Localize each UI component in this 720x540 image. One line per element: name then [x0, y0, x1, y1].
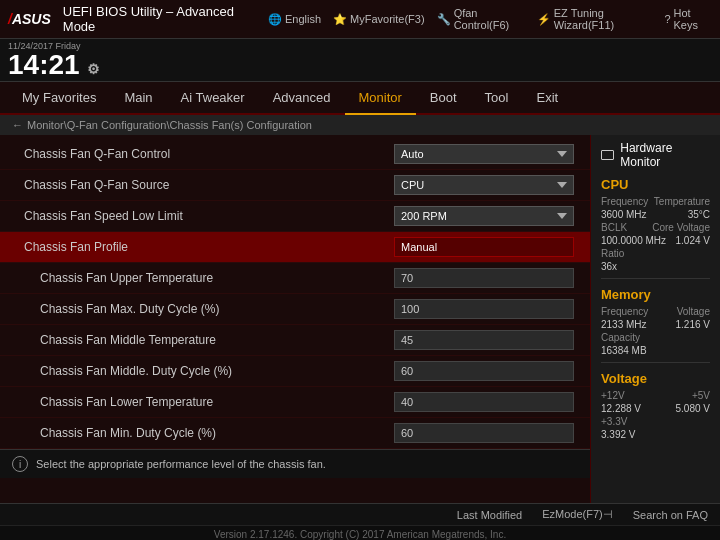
- hw-cpu-title: CPU: [601, 177, 710, 192]
- qfan-control-button[interactable]: 🔧 Qfan Control(F6): [437, 7, 525, 31]
- hw-v33-label: +3.3V: [601, 416, 627, 427]
- hw-voltage-title: Voltage: [601, 371, 710, 386]
- row-max-duty: Chassis Fan Max. Duty Cycle (%): [0, 294, 590, 325]
- footer-text: Version 2.17.1246. Copyright (C) 2017 Am…: [214, 529, 506, 540]
- hw-memory-title: Memory: [601, 287, 710, 302]
- date-time: 11/24/2017 Friday 14:21 ⚙: [8, 41, 100, 79]
- info-bar: i Select the appropriate performance lev…: [0, 449, 590, 478]
- control-upper-temp[interactable]: [394, 268, 574, 288]
- nav-monitor[interactable]: Monitor: [345, 82, 416, 115]
- hw-v12-val-row: 12.288 V 5.080 V: [601, 403, 710, 414]
- my-favorites-button[interactable]: ⭐ MyFavorite(F3): [333, 13, 425, 26]
- language-selector[interactable]: 🌐 English: [268, 13, 321, 26]
- hw-cpu-freq-label: Frequency: [601, 196, 648, 207]
- input-upper-temp[interactable]: [394, 268, 574, 288]
- footer: Version 2.17.1246. Copyright (C) 2017 Am…: [0, 525, 720, 540]
- hw-bclk-val-row: 100.0000 MHz 1.024 V: [601, 235, 710, 246]
- hw-core-voltage-label: Core Voltage: [652, 222, 710, 233]
- label-max-duty: Chassis Fan Max. Duty Cycle (%): [40, 302, 394, 316]
- hw-core-voltage-value: 1.024 V: [676, 235, 710, 246]
- input-middle-duty[interactable]: [394, 361, 574, 381]
- label-speed-low-limit: Chassis Fan Speed Low Limit: [24, 209, 394, 223]
- hw-cpu-freq-value: 3600 MHz: [601, 209, 647, 220]
- hw-v5-value: 5.080 V: [676, 403, 710, 414]
- select-qfan-source[interactable]: CPUMotherboard: [394, 175, 574, 195]
- hw-bclk-value: 100.0000 MHz: [601, 235, 666, 246]
- nav-exit[interactable]: Exit: [522, 82, 572, 113]
- nav-main[interactable]: Main: [110, 82, 166, 113]
- hw-ratio-value: 36x: [601, 261, 617, 272]
- bottom-bar: Last Modified EzMode(F7)⊣ Search on FAQ: [0, 503, 720, 525]
- control-qfan-source[interactable]: CPUMotherboard: [394, 175, 574, 195]
- hw-cpu-freq-val-row: 3600 MHz 35°C: [601, 209, 710, 220]
- nav-advanced[interactable]: Advanced: [259, 82, 345, 113]
- ez-tuning-button[interactable]: ⚡ EZ Tuning Wizard(F11): [537, 7, 653, 31]
- info-text: Select the appropriate performance level…: [36, 458, 326, 470]
- label-upper-temp: Chassis Fan Upper Temperature: [40, 271, 394, 285]
- nav-menu: My Favorites Main Ai Tweaker Advanced Mo…: [0, 82, 720, 115]
- row-middle-temp: Chassis Fan Middle Temperature: [0, 325, 590, 356]
- hw-v33-val-row: 3.392 V: [601, 429, 710, 440]
- row-qfan-source: Chassis Fan Q-Fan Source CPUMotherboard: [0, 170, 590, 201]
- hw-monitor-title: Hardware Monitor: [601, 141, 710, 169]
- select-speed-low-limit[interactable]: 200 RPM300 RPM400 RPM600 RPM: [394, 206, 574, 226]
- nav-tool[interactable]: Tool: [471, 82, 523, 113]
- input-max-duty[interactable]: [394, 299, 574, 319]
- control-fan-profile[interactable]: SilentStandardTurboFull SpeedManual: [394, 237, 574, 257]
- settings-icon[interactable]: ⚙: [87, 61, 100, 77]
- hw-v12-value: 12.288 V: [601, 403, 641, 414]
- control-middle-duty[interactable]: [394, 361, 574, 381]
- row-upper-temp: Chassis Fan Upper Temperature: [0, 263, 590, 294]
- control-speed-low-limit[interactable]: 200 RPM300 RPM400 RPM600 RPM: [394, 206, 574, 226]
- hw-capacity-row: Capacity: [601, 332, 710, 343]
- row-lower-temp: Chassis Fan Lower Temperature: [0, 387, 590, 418]
- control-middle-temp[interactable]: [394, 330, 574, 350]
- control-min-duty[interactable]: [394, 423, 574, 443]
- hardware-monitor-panel: Hardware Monitor CPU Frequency Temperatu…: [590, 135, 720, 503]
- search-faq-button[interactable]: Search on FAQ: [633, 509, 708, 521]
- hw-v12-label: +12V: [601, 390, 625, 401]
- hot-keys-button[interactable]: ? Hot Keys: [664, 7, 712, 31]
- hw-ratio-val-row: 36x: [601, 261, 710, 272]
- hw-v5-label: +5V: [692, 390, 710, 401]
- row-speed-low-limit: Chassis Fan Speed Low Limit 200 RPM300 R…: [0, 201, 590, 232]
- select-qfan-control[interactable]: AutoManualDisabled: [394, 144, 574, 164]
- hw-cpu-temp-label: Temperature: [654, 196, 710, 207]
- hw-mem-freq-label: Frequency: [601, 306, 648, 317]
- monitor-icon: [601, 150, 614, 160]
- hw-ratio-label: Ratio: [601, 248, 624, 259]
- breadcrumb: ← Monitor\Q-Fan Configuration\Chassis Fa…: [0, 115, 720, 135]
- label-qfan-control: Chassis Fan Q-Fan Control: [24, 147, 394, 161]
- nav-ai-tweaker[interactable]: Ai Tweaker: [167, 82, 259, 113]
- control-qfan-control[interactable]: AutoManualDisabled: [394, 144, 574, 164]
- last-modified-button[interactable]: Last Modified: [457, 509, 522, 521]
- row-fan-profile: Chassis Fan Profile SilentStandardTurboF…: [0, 232, 590, 263]
- nav-my-favorites[interactable]: My Favorites: [8, 82, 110, 113]
- top-right-icons: 🌐 English ⭐ MyFavorite(F3) 🔧 Qfan Contro…: [268, 7, 712, 31]
- label-min-duty: Chassis Fan Min. Duty Cycle (%): [40, 426, 394, 440]
- hw-mem-voltage-value: 1.216 V: [676, 319, 710, 330]
- hw-v33-row: +3.3V: [601, 416, 710, 427]
- hw-capacity-val-row: 16384 MB: [601, 345, 710, 356]
- hw-v12-row: +12V +5V: [601, 390, 710, 401]
- input-min-duty[interactable]: [394, 423, 574, 443]
- hw-bclk-row: BCLK Core Voltage: [601, 222, 710, 233]
- control-max-duty[interactable]: [394, 299, 574, 319]
- select-fan-profile[interactable]: SilentStandardTurboFull SpeedManual: [394, 237, 574, 257]
- label-middle-duty: Chassis Fan Middle. Duty Cycle (%): [40, 364, 394, 378]
- hw-mem-freq-val-row: 2133 MHz 1.216 V: [601, 319, 710, 330]
- ez-mode-button[interactable]: EzMode(F7)⊣: [542, 508, 613, 521]
- control-lower-temp[interactable]: [394, 392, 574, 412]
- label-lower-temp: Chassis Fan Lower Temperature: [40, 395, 394, 409]
- nav-boot[interactable]: Boot: [416, 82, 471, 113]
- hw-capacity-label: Capacity: [601, 332, 640, 343]
- hw-capacity-value: 16384 MB: [601, 345, 647, 356]
- hw-cpu-temp-value: 35°C: [688, 209, 710, 220]
- time-display: 14:21 ⚙: [8, 51, 100, 79]
- hw-divider-1: [601, 278, 710, 279]
- input-lower-temp[interactable]: [394, 392, 574, 412]
- row-min-duty: Chassis Fan Min. Duty Cycle (%): [0, 418, 590, 449]
- breadcrumb-arrow[interactable]: ←: [12, 119, 23, 131]
- label-middle-temp: Chassis Fan Middle Temperature: [40, 333, 394, 347]
- input-middle-temp[interactable]: [394, 330, 574, 350]
